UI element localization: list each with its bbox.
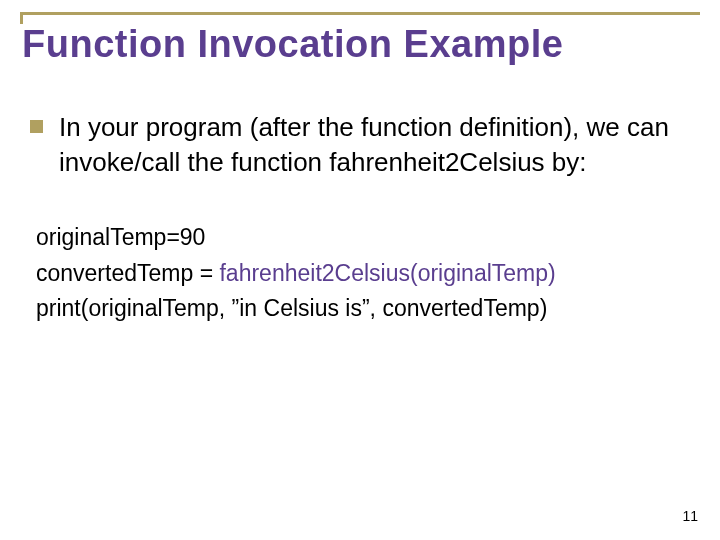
bullet-item: In your program (after the function defi… xyxy=(30,110,690,180)
square-bullet-icon xyxy=(30,120,43,133)
code-line-2-lhs: convertedTemp = xyxy=(36,260,219,286)
body: In your program (after the function defi… xyxy=(30,110,690,327)
code-block: originalTemp=90 convertedTemp = fahrenhe… xyxy=(36,220,690,327)
page-number: 11 xyxy=(682,508,698,524)
slide: Function Invocation Example In your prog… xyxy=(0,0,720,540)
code-line-2: convertedTemp = fahrenheit2Celsius(origi… xyxy=(36,256,690,292)
code-line-1: originalTemp=90 xyxy=(36,220,690,256)
bullet-text: In your program (after the function defi… xyxy=(59,110,690,180)
title-area: Function Invocation Example xyxy=(20,12,700,66)
page-title: Function Invocation Example xyxy=(20,19,700,66)
function-call: fahrenheit2Celsius(originalTemp) xyxy=(219,260,555,286)
title-rule xyxy=(20,12,700,15)
code-line-3: print(originalTemp, ”in Celsius is”, con… xyxy=(36,291,690,327)
title-rule-tick xyxy=(20,12,23,24)
